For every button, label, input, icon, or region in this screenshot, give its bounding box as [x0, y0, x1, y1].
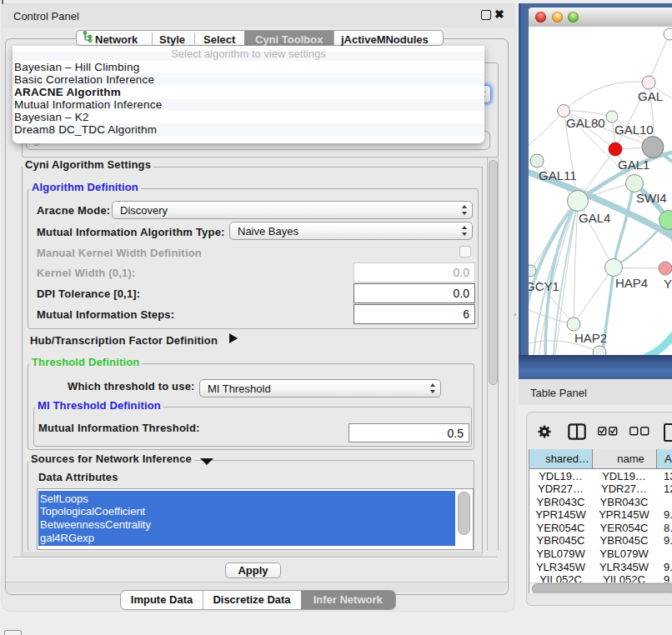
svg-text:GAL4: GAL4	[579, 211, 610, 225]
svg-text:GAL10: GAL10	[614, 122, 654, 137]
svg-text:GAL80: GAL80	[566, 116, 605, 130]
svg-text:HAP4: HAP4	[615, 276, 648, 290]
svg-text:HAP2: HAP2	[574, 331, 607, 345]
svg-text:GCY1: GCY1	[529, 279, 559, 293]
svg-text:GAL11: GAL11	[539, 168, 577, 182]
svg-text:GAL: GAL	[638, 89, 663, 103]
svg-text:GAL1: GAL1	[618, 158, 649, 172]
svg-text:Y: Y	[664, 277, 672, 291]
svg-text:SWI4: SWI4	[636, 191, 667, 205]
